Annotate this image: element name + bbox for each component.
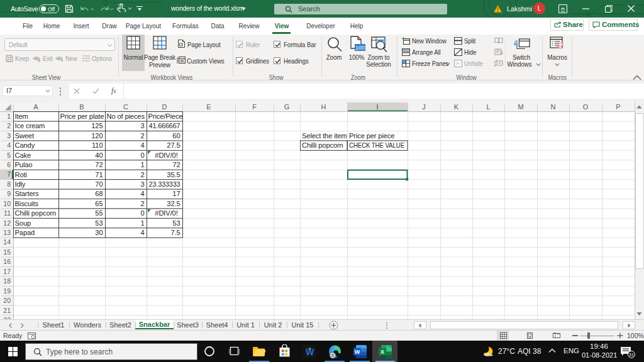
svg-text:16: 16	[3, 258, 11, 265]
svg-text:55: 55	[95, 209, 103, 217]
svg-text:7.5: 7.5	[170, 229, 180, 236]
svg-text:14: 14	[3, 238, 11, 246]
svg-text:A: A	[33, 103, 38, 111]
svg-text:Soup: Soup	[15, 219, 31, 227]
svg-text:X: X	[380, 348, 384, 354]
svg-text:71: 71	[95, 171, 103, 178]
svg-text:21: 21	[3, 307, 11, 314]
svg-text:5: 5	[7, 151, 11, 159]
svg-text:27.5: 27.5	[167, 141, 180, 149]
svg-text:65: 65	[95, 200, 103, 207]
svg-text:Chilli popcorn: Chilli popcorn	[15, 209, 57, 217]
svg-text:Price/Piece: Price/Piece	[148, 112, 183, 120]
svg-text:68: 68	[95, 190, 103, 197]
svg-text:100: 100	[355, 45, 365, 51]
svg-text:8: 8	[7, 180, 11, 188]
svg-text:18: 18	[3, 277, 11, 285]
svg-text:Pulao: Pulao	[15, 161, 33, 168]
svg-text:3: 3	[140, 180, 144, 188]
svg-text:I: I	[376, 103, 378, 111]
svg-text:Roti: Roti	[15, 171, 27, 178]
svg-text:20: 20	[3, 297, 11, 304]
svg-text:23.333333: 23.333333	[149, 180, 180, 188]
svg-text:53: 53	[172, 219, 180, 227]
svg-text:G: G	[284, 103, 290, 111]
svg-text:2: 2	[7, 122, 11, 129]
svg-text:P: P	[616, 103, 620, 111]
svg-text:70: 70	[95, 180, 103, 188]
svg-text:Price per piece: Price per piece	[349, 132, 394, 140]
svg-text:No of pieces: No of pieces	[107, 112, 145, 120]
svg-text:C: C	[123, 103, 128, 111]
svg-text:L: L	[486, 103, 490, 111]
svg-text:17: 17	[3, 268, 11, 275]
svg-text:0: 0	[140, 209, 144, 217]
svg-text:H: H	[321, 103, 326, 111]
svg-text:6: 6	[7, 161, 11, 168]
svg-text:K: K	[454, 103, 459, 111]
svg-text:15: 15	[3, 248, 11, 256]
svg-text:1: 1	[140, 161, 144, 168]
svg-text:4: 4	[7, 141, 11, 149]
svg-text:Sweet: Sweet	[15, 132, 35, 140]
svg-text:60: 60	[172, 132, 180, 140]
svg-text:32.5: 32.5	[167, 200, 180, 207]
svg-text:72: 72	[95, 161, 103, 168]
svg-text:2: 2	[140, 200, 144, 207]
svg-text:Papad: Papad	[15, 229, 35, 236]
svg-text:4: 4	[140, 141, 144, 149]
svg-text:3: 3	[140, 122, 144, 129]
svg-text:Chilli popcorn: Chilli popcorn	[302, 141, 343, 149]
svg-text:30: 30	[95, 229, 103, 236]
svg-text:4: 4	[140, 190, 144, 197]
svg-text:Biscuits: Biscuits	[15, 200, 39, 207]
svg-text:Select the item: Select the item	[302, 132, 347, 140]
svg-text:35.5: 35.5	[167, 171, 180, 178]
svg-text:3: 3	[7, 132, 11, 140]
svg-text:#DIV/0!: #DIV/0!	[155, 209, 177, 217]
svg-text:11: 11	[4, 209, 11, 217]
svg-text:Starters: Starters	[15, 190, 40, 197]
svg-text:O: O	[583, 103, 589, 111]
svg-text:F: F	[252, 103, 257, 111]
svg-text:Item: Item	[15, 112, 28, 120]
svg-text:4: 4	[140, 229, 144, 236]
svg-text:E: E	[206, 103, 211, 111]
svg-text:120: 120	[91, 132, 103, 140]
svg-text:N: N	[551, 103, 556, 111]
svg-text:2: 2	[140, 171, 144, 178]
svg-text:1: 1	[7, 112, 11, 120]
svg-text:W: W	[355, 348, 360, 354]
svg-text:CHECK THE VALUE: CHECK THE VALUE	[349, 141, 404, 149]
svg-text:Ice cream: Ice cream	[15, 122, 45, 129]
svg-text:M: M	[518, 103, 523, 111]
svg-text:#DIV/0!: #DIV/0!	[155, 151, 177, 159]
svg-text:53: 53	[95, 219, 103, 227]
svg-text:40: 40	[95, 151, 103, 159]
svg-text:Price per plate: Price per plate	[60, 112, 104, 120]
svg-text:41.666667: 41.666667	[149, 122, 180, 129]
svg-text:13: 13	[3, 229, 11, 236]
svg-text:9: 9	[7, 190, 11, 197]
svg-text:72: 72	[172, 161, 180, 168]
svg-text:D: D	[162, 103, 167, 111]
svg-text:0: 0	[140, 151, 144, 159]
svg-text:12: 12	[3, 219, 11, 227]
svg-text:2: 2	[140, 132, 144, 140]
svg-text:Cake: Cake	[15, 151, 31, 159]
svg-text:J: J	[422, 103, 426, 111]
svg-text:Idly: Idly	[15, 180, 26, 188]
svg-text:110: 110	[92, 141, 103, 149]
svg-text:B: B	[79, 103, 84, 111]
svg-text:19: 19	[3, 287, 11, 295]
svg-text:125: 125	[91, 122, 103, 129]
svg-text:17: 17	[172, 190, 180, 197]
svg-text:31: 31	[629, 352, 634, 358]
svg-text:7: 7	[7, 170, 11, 178]
svg-text:10: 10	[3, 200, 11, 207]
svg-text:1: 1	[140, 219, 144, 227]
svg-text:Candy: Candy	[15, 141, 35, 149]
